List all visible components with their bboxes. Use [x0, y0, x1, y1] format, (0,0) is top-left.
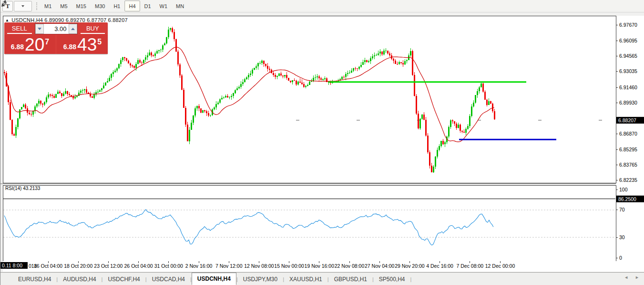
volume-decrease-button[interactable]: [35, 24, 44, 34]
tab-xauusd-h1[interactable]: XAUUSD,H1: [284, 274, 327, 284]
time-axis-label: 2 Nov 16:00: [185, 263, 213, 269]
price-axis-label: 6.93035: [619, 68, 637, 74]
price-axis-label: 6.89930: [619, 100, 637, 106]
bid-prefix: 6.88: [11, 43, 24, 51]
time-axis-label: 22 Nov 08:00: [335, 263, 365, 269]
timeframe-button-h4[interactable]: H4: [124, 0, 140, 11]
arrows-tool-button[interactable]: [14, 1, 32, 11]
buy-button[interactable]: BUY: [81, 23, 105, 34]
volume-value[interactable]: 3.00: [44, 24, 69, 34]
caret-down-icon: [38, 28, 41, 30]
caret-up-icon: [71, 28, 75, 30]
bid-price-box[interactable]: 6.88207: [4, 35, 55, 54]
time-axis-label: 4 Dec 16:00: [426, 263, 453, 269]
ask-big-digits: 43: [77, 37, 97, 53]
chart-tab-bar: EURUSD,H4|AUDUSD,H4|USDCHF,H4|USDCAD,H4|…: [0, 272, 644, 285]
rsi-axis-label: 100: [619, 187, 628, 192]
dropdown-caret-icon: [21, 5, 24, 7]
rsi-axis-label: 70: [619, 207, 625, 212]
chart-panes: [0, 16, 644, 272]
tab-audusd-h4[interactable]: AUDUSD,H4: [58, 274, 101, 284]
time-axis-label: 7 Nov 12:00: [215, 263, 243, 269]
timeframe-button-m30[interactable]: M30: [91, 0, 109, 11]
bid-pip-digit: 7: [45, 38, 49, 46]
svg-text:0.11 8:00: 0.11 8:00: [2, 263, 22, 268]
price-axis-label: 6.86870: [619, 131, 637, 137]
tab-scroll-left-icon[interactable]: ◄: [624, 275, 628, 280]
tab-separator: |: [410, 276, 412, 282]
tab-usdcnh-h4[interactable]: USDCNH,H4: [192, 273, 236, 285]
time-axis-label: 23 Oct 12:00: [94, 263, 123, 269]
top-toolbar: T M1M5M15M30H1H4D1W1MN: [0, 0, 644, 12]
time-axis-label: 29 Nov 20:00: [395, 263, 425, 269]
trading-terminal-window: { "toolbar": { "text_tool_label": "T", "…: [0, 0, 644, 285]
tab-scroll-arrows: ◄ ►: [624, 275, 639, 280]
rsi-marker-label: 86.2500: [616, 196, 644, 202]
volume-increase-button[interactable]: [69, 24, 77, 34]
volume-spinner: 3.00: [35, 23, 78, 34]
price-axis-label: 6.94565: [619, 53, 637, 59]
time-axis-label: 16 Oct 04:00: [34, 263, 62, 269]
tab-scroll-right-icon[interactable]: ►: [635, 275, 639, 280]
price-axis-label: 6.83765: [619, 162, 637, 168]
rsi-indicator-label: RSI(14) 43.2133: [5, 186, 40, 191]
time-axis-label: 12 Dec 00:00: [485, 263, 515, 269]
rsi-axis-label: 0: [619, 255, 622, 261]
price-axis-label: 6.97670: [619, 22, 637, 28]
toolbar-grip: [36, 2, 37, 10]
price-axis-label: 6.91460: [619, 84, 637, 90]
tab-usdchf-h4[interactable]: USDCHF,H4: [102, 274, 145, 284]
chart-tabs: EURUSD,H4|AUDUSD,H4|USDCHF,H4|USDCAD,H4|…: [0, 273, 411, 285]
timeframe-button-m1[interactable]: M1: [40, 0, 56, 11]
timeframe-button-d1[interactable]: D1: [140, 0, 155, 11]
time-axis-label: 26 Oct 04:00: [124, 263, 153, 269]
price-axis-label: 6.82235: [619, 177, 637, 183]
timeframe-button-w1[interactable]: W1: [155, 0, 172, 11]
time-axis-label: 12 Nov 08:00: [244, 263, 274, 269]
svg-text:86.2500: 86.2500: [618, 196, 636, 202]
tab-usdcad-h4[interactable]: USDCAD,H4: [147, 274, 190, 284]
time-axis-edge-label: 018: [29, 263, 37, 269]
double-arrow-icon: [0, 0, 8, 7]
current-price-label: 6.88207: [616, 117, 644, 124]
svg-text:6.88207: 6.88207: [618, 117, 636, 123]
timeframe-button-m5[interactable]: M5: [56, 0, 72, 11]
timeframe-button-m15[interactable]: M15: [72, 0, 91, 11]
sell-button[interactable]: SELL: [7, 23, 32, 34]
timeframe-button-group: M1M5M15M30H1H4D1W1MN: [40, 0, 188, 12]
one-click-trading-panel: SELL 3.00 BUY 6.88207 6.88435: [4, 22, 108, 54]
tab-usdjpy-m30[interactable]: USDJPY,M30: [238, 274, 283, 284]
time-axis-label: 15 Nov 00:00: [274, 263, 304, 269]
time-axis-label: 7 Dec 08:00: [456, 263, 483, 269]
time-axis-label: 27 Nov 04:00: [365, 263, 395, 269]
tab-gbpusd-h1[interactable]: GBPUSD,H1: [329, 274, 372, 284]
time-axis-label: 31 Oct 00:00: [154, 263, 183, 269]
bid-big-digits: 20: [25, 37, 44, 53]
tab-eurusd-h4[interactable]: EURUSD,H4: [13, 274, 56, 284]
price-axis-label: 6.85295: [619, 147, 637, 152]
timeframe-button-mn[interactable]: MN: [172, 0, 188, 11]
timeframe-button-h1[interactable]: H1: [109, 0, 124, 11]
ask-pip-digit: 5: [97, 38, 102, 46]
time-axis-label: 19 Nov 16:00: [305, 263, 335, 269]
ask-prefix: 6.88: [63, 43, 76, 51]
collapse-arrow-icon[interactable]: ▲: [5, 18, 9, 22]
price-axis-label: 6.96095: [619, 38, 637, 43]
time-axis-label: 18 Oct 20:00: [64, 263, 92, 269]
rsi-axis-label: 30: [619, 234, 625, 240]
tab-sp500-h4[interactable]: SP500,H4: [374, 274, 410, 284]
crosshair-time-label: 0.11 8:00: [0, 262, 28, 269]
ask-price-box[interactable]: 6.88435: [57, 35, 108, 54]
